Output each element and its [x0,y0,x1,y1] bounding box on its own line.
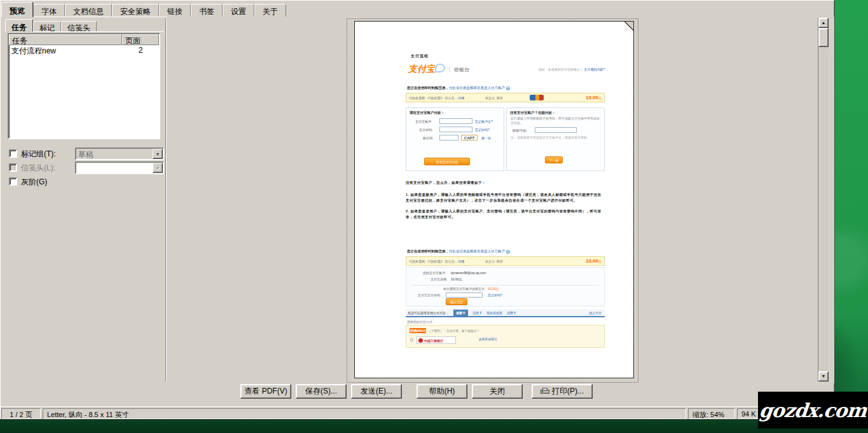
doc-top-links: 您好，欢迎来到支付宝收银台！ 支付遇到问题? [514,67,605,71]
document-content: 支付流程 支付宝 | 收银台 您好，欢迎来到支付宝收银台！ 支付遇到问题? 您正… [355,22,633,378]
doc-paragraphs: 没有支付宝账户，怎么办，如果没有请看如下： 1. 如果您是新用户，请输入人家的常… [406,180,604,224]
tab-security[interactable]: 安全策略 [112,4,159,17]
pay-note-row: 本次需用支付宝账户余额支付 10.00元 [406,287,604,293]
tab-consume-card: 消费卡 [507,311,516,315]
letterhead-row: 信笺头(L): ▼ [9,163,165,174]
table-row[interactable]: 支付流程new 2 [9,45,159,55]
forgot-account-link: 忘记账户名? [475,120,493,123]
tab-fonts[interactable]: 字体 [33,4,65,17]
doc-login-box: 请在支付宝账户付款： 支付宝账户: 忘记账户名? 支付密码: 忘记密码? [406,107,504,171]
paragraph-2: 2. 如果您是老用户，请输入人家的支付宝账户、支付密码（请注意，该平台支付宝的密… [406,209,604,220]
preview-page[interactable]: 支付流程 支付宝 | 收银台 您好，欢迎来到支付宝收银台！ 支付遇到问题? 您正… [354,21,634,378]
help-button[interactable]: 帮助(H) [417,384,467,399]
paragraph-intro: 没有支付宝账户，怎么办，如果没有请看如下： [406,180,604,186]
help-icon: ? [506,86,510,90]
tab-links[interactable]: 链接 [159,4,191,17]
alipay-logo-icon [435,64,445,72]
column-header-pages[interactable]: 页面 [122,34,159,45]
choose-method-label: 选择您的付款方式 [407,320,432,324]
forgot-password-link: 忘记密码? [475,128,490,132]
chevron-down-icon[interactable]: ▼ [153,149,163,159]
order-item: 代购发票网 - 代购彩票2 - 部分充... 详情 [409,96,485,100]
subtab-tasks[interactable]: 任务 [5,19,33,32]
balance-row: 支付宝余额: 10.00元 [406,277,604,284]
notice-bold: 您正在使用即时到账交易， [407,249,449,253]
register-desc: 您只需输入常用邮箱或手机号码，即可创建支付宝账户并完成本次付款。 [511,116,600,125]
item-thumbnail [530,95,544,100]
bank-radio [410,338,413,341]
page-dogear [624,21,634,31]
left-panel: 任务 标记 信笺头 任务 页面 支付流程new 2 标记组(T): 草稿 ▼ [3,18,165,381]
tab-bookmarks[interactable]: 书签 [191,4,223,17]
subtab-letterhead[interactable]: 信笺头 [61,21,97,32]
status-zoom-level: 缩放: 54% [688,408,735,419]
mark-group-checkbox[interactable] [9,149,17,158]
desktop-background: 预览 字体 文档信息 安全策略 链接 书签 设置 关于 任务 标记 信笺头 任务… [0,0,868,433]
watermark-box: gozdx.com [758,392,868,429]
printer-icon [541,388,549,395]
print-button[interactable]: 打印(P)... [532,384,593,399]
captcha-image: CAPT [461,135,478,141]
bank-logo-box: 中国工商银行 [417,336,456,344]
tab-credit-card: 信用卡 [472,311,482,315]
order-payee: 收款方: 商家 [485,96,530,100]
doc-order-bar-2: 代购发票网 - 代购彩票2 - 部分充... 详情 收款方: 商家 10.00元 [406,256,605,266]
register-email-row: · 邮箱/手机: [507,127,604,135]
status-bar: 1 / 2 页 Letter, 纵向 - 8.5 x 11 英寸 缩放: 54%… [0,406,835,420]
top-links-gray: 您好，欢迎来到支付宝收银台！ [539,67,583,71]
pay-password-input [446,292,483,298]
tab-preview[interactable]: 预览 [1,2,33,17]
button-row: 查看 PDF(V) 保存(S)... 发送(E)... 帮助(H) 关闭 打印(… [0,383,835,400]
subtab-marks[interactable]: 标记 [33,21,61,32]
task-list[interactable]: 任务 页面 支付流程new 2 [8,33,160,139]
login-password-row: 支付密码: 忘记密码? [406,126,504,134]
captcha-input [439,135,458,141]
paragraph-1: 1. 如果您是新用户，请输入人家的常用邮箱或手机号用平台登录密码（请注意，该会员… [406,192,604,203]
tab-settings[interactable]: 设置 [223,4,254,17]
payment-tabs-prefix: 您还可以选用其他方式付款： [408,311,449,315]
doc-notice-2: 您正在使用即时到账交易，付款后交易金额将直接进入对方账户? [407,249,510,254]
letterhead-checkbox [9,163,17,172]
mark-group-label: 标记组(T): [21,149,56,160]
send-button[interactable]: 发送(E)... [351,384,402,399]
pay-password-row: 支付宝支付密码: 忘记密码? [406,293,604,299]
email-input [535,127,577,133]
top-links-blue: 支付遇到问题? [584,67,605,71]
doc-payment-tabs: 您还可以选用其他方式付款： 储蓄卡 信用卡 现金或抵用 消费卡 找人代付 [406,309,605,317]
mark-group-combobox[interactable]: 草稿 ▼ [75,148,164,160]
tab-doc-info[interactable]: 文档信息 [65,4,112,17]
account-row: 您的支付宝账户: dynamen98@vip.qq.com [406,271,604,277]
login-captcha-row: 验证码: CAPT 换一张 [406,134,504,142]
tab-about[interactable]: 关于 [254,4,286,17]
status-paper-info: Letter, 纵向 - 8.5 x 11 英寸 [43,408,686,419]
grayscale-checkbox[interactable] [9,177,17,186]
view-pdf-button[interactable]: 查看 PDF(V) [240,384,291,399]
other-bank-link: 选择其他银行 [479,338,517,341]
agent-pay-link: 找人代付 [589,311,602,315]
doc-balance-box: 您的支付宝账户: dynamen98@vip.qq.com 支付宝余额: 10.… [406,267,605,306]
icbc-logo-icon [418,338,423,343]
doc-notice-1: 您正在使用即时到账交易，付款后交易金额将直接进入对方账户? [407,86,510,90]
preview-vscrollbar[interactable]: ▲ ▼ [818,18,828,381]
close-button[interactable]: 关闭 [472,384,523,399]
task-pages-cell: 2 [122,45,159,55]
task-list-header: 任务 页面 [9,34,159,45]
account-input [439,118,472,124]
mark-group-row: 标记组(T): 草稿 ▼ [9,149,165,160]
save-button[interactable]: 保存(S)... [296,384,347,399]
grayscale-row: 灰阶(G) [9,177,165,188]
scroll-down-icon[interactable]: ▼ [818,371,829,381]
chevron-down-icon: ▼ [153,163,163,173]
column-header-task[interactable]: 任务 [9,34,122,45]
order-payee: 收款方: 商家 [485,259,530,263]
confirm-pay-button: 确认付款 [446,298,467,305]
preview-pane[interactable]: 支付流程 支付宝 | 收银台 您好，欢迎来到支付宝收银台！ 支付遇到问题? 您正… [167,17,834,383]
scrollbar-thumb[interactable] [818,28,829,47]
letterhead-combobox: ▼ [75,162,164,174]
grayscale-label: 灰阶(G) [21,177,47,188]
scroll-up-icon[interactable]: ▲ [818,18,829,28]
notice-link: 付款后交易金额将直接进入对方账户 [449,249,505,253]
notice-bold: 您正在使用即时到账交易， [407,86,449,90]
kuaiqian-logo: 快钱99bill [410,328,426,333]
login-box-title: 请在支付宝账户付款： [410,111,500,115]
